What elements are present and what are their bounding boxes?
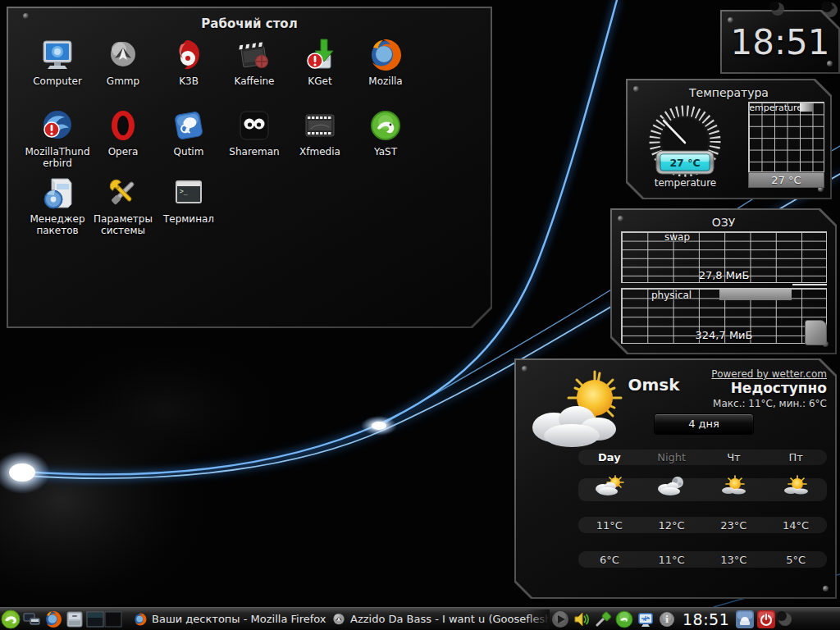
temperature-widget: Температура 27 °C temperature bbox=[626, 79, 832, 199]
gmmp-icon bbox=[104, 36, 142, 74]
days-button[interactable]: 4 дня bbox=[654, 413, 754, 435]
provider-link[interactable]: Powered by wetter.com bbox=[711, 368, 827, 380]
svg-text:i: i bbox=[665, 614, 669, 625]
temperature-gauge: 27 °C bbox=[638, 100, 733, 178]
desktop-icon-gmmp[interactable]: Gmmp bbox=[90, 36, 156, 88]
plotter-current-value: 27 °C bbox=[748, 172, 824, 188]
volume-tray-icon[interactable] bbox=[571, 609, 592, 629]
lock-screen-button[interactable] bbox=[734, 609, 756, 629]
task-music-player-window[interactable]: Azzido Da Bass - I want u (Gooseflesh r bbox=[326, 609, 550, 629]
forecast-high-temps-row: 11°C 12°C 23°C 14°C bbox=[578, 517, 827, 533]
desktop-icon-qutim[interactable]: Qutim bbox=[156, 107, 221, 158]
task-title: Ваши десктопы - Mozilla Firefox bbox=[152, 613, 326, 625]
package-manager-icon bbox=[39, 174, 76, 212]
column-thu[interactable]: Чт bbox=[703, 451, 765, 463]
folder-view-title: Рабочий стол bbox=[7, 16, 492, 31]
desktop-icon-k3b[interactable]: K3B bbox=[156, 36, 221, 88]
taskbar-panel: Ваши десктопы - Mozilla Firefox Azzido D… bbox=[0, 607, 840, 630]
forecast-header-row: Day Night Чт Пт bbox=[578, 450, 827, 465]
swap-label: swap bbox=[664, 231, 690, 243]
plotter-legend: temperature bbox=[748, 103, 802, 113]
forecast-icon-day-sun-cloud bbox=[578, 480, 641, 500]
weather-city: Omsk bbox=[613, 375, 695, 395]
low-temp: 5°C bbox=[765, 554, 827, 566]
yast-icon bbox=[367, 107, 404, 144]
high-temp: 14°C bbox=[765, 519, 827, 532]
high-temp: 12°C bbox=[641, 519, 703, 532]
weather-minmax: Макс.: 11°C, мин.: 6°C bbox=[713, 398, 827, 409]
xfmedia-icon bbox=[301, 107, 339, 144]
kickoff-menu-button[interactable] bbox=[0, 609, 21, 629]
desktop-icon-system-settings[interactable]: Параметры системы bbox=[90, 174, 156, 237]
weather-widget: Omsk Powered by wetter.com Недоступно Ма… bbox=[514, 358, 837, 599]
column-night[interactable]: Night bbox=[641, 451, 703, 463]
desktop-icon-thunderbird[interactable]: MozillaThunderbird bbox=[25, 107, 90, 170]
gauge-label: temperature bbox=[638, 177, 733, 189]
desktop-icon-terminal[interactable]: >_ Терминал bbox=[156, 174, 221, 226]
terminal-icon: >_ bbox=[170, 174, 208, 212]
physical-usage-bar bbox=[719, 289, 792, 300]
low-temp: 11°C bbox=[641, 554, 703, 566]
desktop-screen: Рабочий стол Computer bbox=[0, 0, 840, 630]
forecast-icon-sun-light-cloud bbox=[765, 480, 827, 500]
qutim-icon bbox=[170, 107, 208, 144]
swap-chart: swap 27,8 МиБ bbox=[621, 231, 827, 283]
task-firefox-window[interactable]: Ваши десктопы - Mozilla Firefox bbox=[128, 609, 326, 629]
firefox-icon bbox=[367, 36, 404, 74]
desktop-icon-mozilla[interactable]: Mozilla bbox=[353, 36, 418, 88]
ram-widget: ОЗУ swap 27,8 МиБ physical 324,7 МиБ bbox=[610, 208, 837, 354]
physical-chart: physical 324,7 МиБ bbox=[621, 288, 827, 344]
media-play-tray-icon[interactable] bbox=[550, 609, 571, 629]
swap-value: 27,8 МиБ bbox=[622, 269, 826, 281]
column-day[interactable]: Day bbox=[578, 451, 641, 463]
clock-toolbox-cashew-icon[interactable] bbox=[768, 2, 786, 18]
shareman-icon bbox=[235, 107, 273, 144]
low-temp: 13°C bbox=[703, 554, 765, 566]
thunderbird-icon bbox=[39, 107, 76, 144]
high-temp: 11°C bbox=[578, 519, 641, 532]
ram-title: ОЗУ bbox=[610, 216, 837, 229]
desktop-icon-opera[interactable]: Opera bbox=[90, 107, 156, 158]
high-temp: 23°C bbox=[703, 519, 765, 532]
physical-label: physical bbox=[651, 290, 692, 301]
kget-icon bbox=[301, 36, 339, 74]
svg-text:>_: >_ bbox=[180, 188, 188, 195]
forecast-low-temps-row: 6°C 11°C 13°C 5°C bbox=[578, 551, 827, 568]
desktop-icon-package-manager[interactable]: Менеджер пакетов bbox=[25, 174, 90, 237]
tool-tray-icon[interactable] bbox=[592, 609, 614, 629]
chart-page-flip bbox=[805, 320, 827, 345]
desktop-icon-kaffeine[interactable]: Kaffeine bbox=[221, 36, 287, 88]
legend-swatch bbox=[800, 103, 813, 112]
computer-icon bbox=[39, 36, 76, 74]
opensuse-updater-tray-icon[interactable] bbox=[614, 609, 635, 629]
column-fri[interactable]: Пт bbox=[765, 451, 827, 463]
system-settings-icon bbox=[104, 174, 142, 212]
temperature-title: Температура bbox=[626, 86, 832, 99]
folder-view-widget: Рабочий стол Computer bbox=[7, 7, 492, 328]
kaffeine-icon bbox=[235, 36, 273, 74]
info-tray-icon[interactable]: i bbox=[656, 609, 678, 629]
show-desktop-icon[interactable] bbox=[21, 609, 43, 629]
file-manager-icon[interactable] bbox=[64, 609, 85, 629]
forecast-icons-row bbox=[578, 478, 827, 501]
opera-icon bbox=[104, 107, 142, 144]
desktop-icon-yast[interactable]: YaST bbox=[353, 107, 418, 158]
desktop-icon-computer[interactable]: Computer bbox=[25, 36, 90, 88]
temperature-plotter: temperature bbox=[748, 102, 824, 172]
panel-clock[interactable]: 18:51 bbox=[678, 610, 734, 628]
desktop-icon-shareman[interactable]: Shareman bbox=[221, 107, 287, 158]
task-title: Azzido Da Bass - I want u (Gooseflesh r bbox=[350, 613, 550, 625]
firefox-launcher-icon[interactable] bbox=[43, 609, 64, 629]
device-notifier-tray-icon[interactable] bbox=[635, 609, 656, 629]
power-leave-button[interactable] bbox=[756, 609, 777, 629]
clock-widget[interactable]: 18:51 bbox=[720, 10, 840, 74]
panel-toolbox-cashew-icon[interactable] bbox=[777, 609, 792, 629]
gauge-lcd-value: 27 °C bbox=[669, 157, 700, 169]
weather-status: Недоступно bbox=[731, 380, 827, 396]
low-temp: 6°C bbox=[578, 554, 641, 566]
desktop-pager[interactable] bbox=[85, 609, 123, 629]
desktop-icon-xfmedia[interactable]: Xfmedia bbox=[287, 107, 353, 158]
k3b-icon bbox=[170, 36, 208, 74]
forecast-icon-sun-light-cloud bbox=[703, 480, 765, 500]
desktop-icon-kget[interactable]: KGet bbox=[287, 36, 353, 88]
